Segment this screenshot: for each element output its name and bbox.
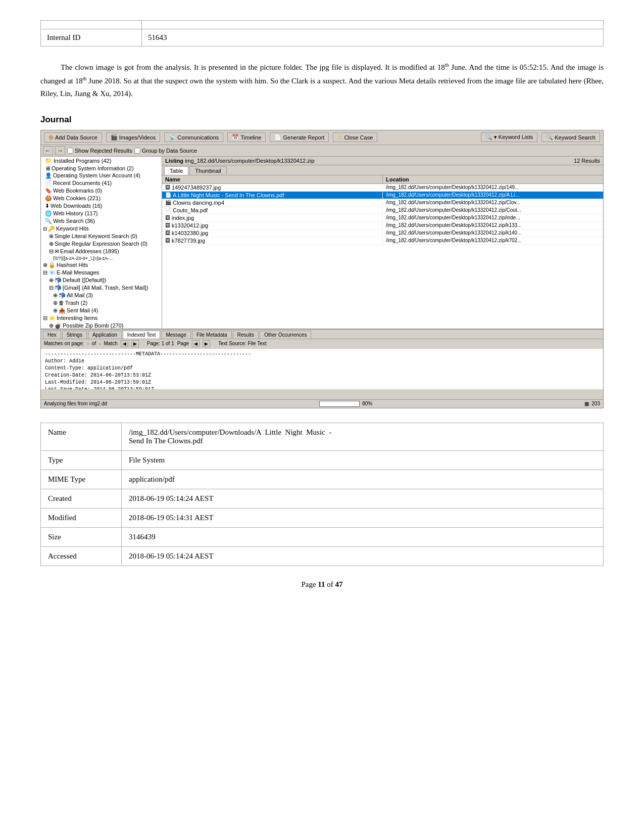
file-row-4[interactable]: 🖼 index.jpg /img_182.dd/Users/computer/D… xyxy=(162,214,603,222)
tab-thumbnail[interactable]: Thumbnail xyxy=(189,166,226,175)
autopsy-screenshot: ⊕ Add Data Source 🎬 Images/Videos 📡 Comm… xyxy=(40,130,604,408)
close-case-button[interactable]: ⚠ Close Case xyxy=(333,132,377,142)
tree-item-downloads[interactable]: ⬇ Web Downloads (16) xyxy=(41,202,162,210)
tab-message[interactable]: Message xyxy=(161,331,191,339)
keyword-lists-button[interactable]: 🔍 ▾ Keyword Lists xyxy=(481,132,538,142)
communications-button[interactable]: 📡 Communications xyxy=(164,132,223,142)
tree-item-default-mail[interactable]: ⊕ 📬 Default ([Default]) xyxy=(41,276,162,284)
tree-item-regex-pattern[interactable]: (\\/?)([a-zA-Z0-9+_\.]=[a-zA-... xyxy=(41,255,162,261)
file-row-6[interactable]: 🖼 k14032380.jpg /img_182.dd/Users/comput… xyxy=(162,229,603,237)
tab-table[interactable]: Table xyxy=(164,166,188,175)
group-by-checkbox[interactable] xyxy=(134,148,140,154)
match-dash: - xyxy=(87,341,89,346)
file-row-3[interactable]: 📄 Couto_Ma.pdf /img_182.dd/Users/compute… xyxy=(162,207,603,214)
journal-heading: Journal xyxy=(40,115,604,125)
file-row-1[interactable]: 📄 A Little Night Music - Send In The Clo… xyxy=(162,192,603,199)
web-icon: 🌐 xyxy=(45,210,52,217)
file-row-5[interactable]: 🖼 k13320412.jpg /img_182.dd/Users/comput… xyxy=(162,222,603,229)
show-rejected-checkbox[interactable] xyxy=(67,148,73,154)
tree-item-web-search[interactable]: 🔍 Web Search (36) xyxy=(41,217,162,225)
timeline-button[interactable]: 📅 Timeline xyxy=(227,132,266,142)
show-rejected-label: Show Rejected Results xyxy=(67,148,132,154)
file-row-0[interactable]: 🖼 1492473489237.jpg /img_182.dd/Users/co… xyxy=(162,184,603,192)
tree-item-gmail[interactable]: ⊟ 📬 [Gmail] (All Mail, Trash, Sent Mail]… xyxy=(41,284,162,292)
tree-item-installed[interactable]: 📁 Installed Programs (42) xyxy=(41,157,162,165)
forward-button[interactable]: → xyxy=(55,146,65,155)
tab-other-occurrences[interactable]: Other Occurrences xyxy=(260,331,311,339)
progress-area: 80% xyxy=(319,401,373,407)
tree-item-keyword-hits[interactable]: ⊟ 🔑 Keyword Hits xyxy=(41,225,162,233)
files-count-area: ▦ 203 xyxy=(584,401,600,406)
download-icon: ⬇ xyxy=(45,203,49,209)
add-data-source-button[interactable]: ⊕ Add Data Source xyxy=(44,132,102,143)
tab-indexed-text[interactable]: Indexed Text xyxy=(123,331,161,339)
info-size-value: 3146439 xyxy=(122,527,604,546)
tree-item-os-info[interactable]: 🖥 Operating System Information (2) xyxy=(41,165,162,172)
search-icon-small: ⊕ xyxy=(49,233,54,240)
tree-item-interesting[interactable]: ⊟ ⭐ Interesting Items xyxy=(41,314,162,322)
info-type-value: File System xyxy=(122,450,604,470)
tree-item-trash[interactable]: ⊕ 🗑 Trash (2) xyxy=(41,299,162,307)
file-icon-jpg: 🖼 xyxy=(165,215,170,220)
top-table: Internal ID 51643 xyxy=(40,20,604,47)
tree-item-recent-docs[interactable]: 📄 Recent Documents (41) xyxy=(41,179,162,187)
tree-item-all-mail[interactable]: ⊕ 📬 All Mail (3) xyxy=(41,292,162,299)
results-count: 12 Results xyxy=(574,158,600,164)
tree-item-literal-search[interactable]: ⊕ Single Literal Keyword Search (0) xyxy=(41,233,162,240)
view-tabs: Table Thumbnail xyxy=(162,165,603,175)
tree-item-email-addresses[interactable]: ⊟ ✉ Email Addresses (1895) xyxy=(41,248,162,255)
tab-file-metadata[interactable]: File Metadata xyxy=(192,331,232,339)
file-icon-pdf: 📄 xyxy=(165,192,171,198)
file-row-2[interactable]: 🎬 Clowns dancing.mp4 /img_182.dd/Users/c… xyxy=(162,199,603,207)
lock-icon: 🔒 xyxy=(48,262,56,268)
col-name-header: Name xyxy=(162,175,383,183)
tree-item-email-messages[interactable]: ⊟ 📧 E-Mail Messages xyxy=(41,269,162,276)
grid-icon: ▦ xyxy=(584,401,589,406)
tree-item-regex-search[interactable]: ⊕ Single Regular Expression Search (0) xyxy=(41,240,162,248)
file-list-header: Name Location xyxy=(162,175,603,184)
page-prev-button[interactable]: ◀ xyxy=(192,340,200,347)
bomb-icon: 💣 xyxy=(55,322,62,329)
info-accessed-value: 2018-06-19 05:14:24 AEST xyxy=(122,546,604,566)
trash-icon: 🗑 xyxy=(59,300,64,306)
star-icon: ⭐ xyxy=(48,315,56,321)
sent-icon: 📤 xyxy=(59,307,66,314)
tree-item-cookies[interactable]: 🍪 Web Cookies (221) xyxy=(41,195,162,202)
metadata-content-area: ------------------------------METADATA--… xyxy=(41,349,603,389)
file-row-7[interactable]: 🖼 k7827739.jpg /img_182.dd/Users/compute… xyxy=(162,237,603,245)
body-paragraph: The clown image is got from the analysis… xyxy=(40,61,604,101)
tree-item-bookmarks[interactable]: 🔖 Web Bookmarks (0) xyxy=(41,187,162,195)
tab-strings[interactable]: Strings xyxy=(62,331,87,339)
files-count: 203 xyxy=(591,401,600,406)
top-table-row1-col1 xyxy=(41,21,142,29)
tree-item-web-history[interactable]: 🌐 Web History (117) xyxy=(41,210,162,217)
generate-report-button[interactable]: 📄 Generate Report xyxy=(270,132,329,142)
info-table: Name /img_182.dd/Users/computer/Download… xyxy=(40,423,604,566)
tree-item-sent-mail[interactable]: ⊕ 📤 Sent Mail (4) xyxy=(41,307,162,314)
page-next-button[interactable]: ▶ xyxy=(203,340,210,347)
inbox-icon: 📬 xyxy=(55,277,62,284)
keyword-search-button[interactable]: 🔍 Keyword Search xyxy=(541,132,600,142)
info-size-label: Size xyxy=(41,527,122,546)
doc-icon: 📄 xyxy=(45,180,52,187)
match-next-button[interactable]: ▶ xyxy=(131,340,139,347)
tree-item-os-user[interactable]: 👤 Operating System User Account (4) xyxy=(41,172,162,179)
tab-results[interactable]: Results xyxy=(233,331,259,339)
info-name-label: Name xyxy=(41,423,122,450)
tab-hex[interactable]: Hex xyxy=(43,331,61,339)
tab-application[interactable]: Application xyxy=(88,331,122,339)
back-button[interactable]: ← xyxy=(43,146,53,155)
match-prev-button[interactable]: ◀ xyxy=(121,340,128,347)
col-location-header: Location xyxy=(383,175,603,183)
search-icon: 🔍 xyxy=(45,218,52,224)
tree-item-hashset[interactable]: ⊕ 🔒 Hashset Hits xyxy=(41,261,162,269)
of-label: of xyxy=(92,341,96,346)
file-icon-jpg3: 🖼 xyxy=(165,230,170,236)
images-videos-button[interactable]: 🎬 Images/Videos xyxy=(106,132,161,142)
file-icon-video: 🎬 xyxy=(165,200,171,205)
listing-path-bar: Listing img_182.dd/Users/computer/Deskto… xyxy=(162,157,603,165)
tree-item-zip-bomb[interactable]: ⊕ 💣 Possible Zip Bomb (270) xyxy=(41,322,162,329)
info-name-value: /img_182.dd/Users/computer/Downloads/A L… xyxy=(122,423,604,450)
info-modified-label: Modified xyxy=(41,508,122,527)
page-current: 11 xyxy=(318,580,325,588)
